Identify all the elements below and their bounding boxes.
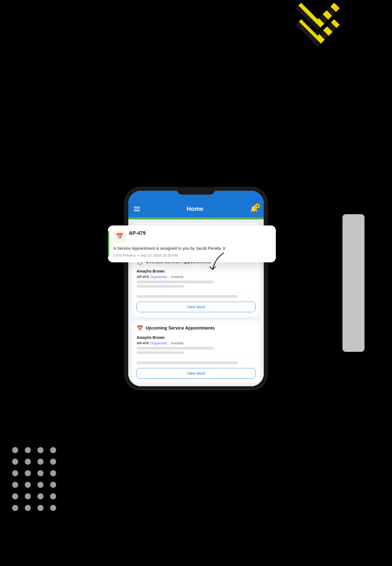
- hamburger-line-2: [134, 209, 140, 209]
- upcoming-section-card: 📅 Upcoming Service Appointments Amayhs B…: [132, 320, 260, 383]
- upcoming-ap-number: AP-474: [137, 341, 149, 345]
- menu-button[interactable]: [134, 207, 140, 211]
- app-bar: Home 🔔 4: [128, 202, 264, 217]
- overdue-skeleton-2: [137, 285, 184, 288]
- overdue-meta-separator: |: [168, 275, 169, 279]
- overdue-customer-name: Amayhs Brown: [137, 269, 255, 273]
- overdue-appointment-meta: AP-474 Dispatched | Invoiced: [137, 275, 255, 279]
- arrow-annotation: [204, 250, 232, 279]
- phone-screen: Home 🔔 4 Check-out 📍 Location tracker e: [128, 191, 264, 386]
- hazard-decoration: [296, 3, 340, 47]
- notification-ap-number: AP-479: [129, 230, 146, 236]
- notification-icon-wrap: 📅: [113, 230, 126, 243]
- notification-button[interactable]: 🔔 4: [250, 205, 258, 213]
- upcoming-skeleton-2: [137, 351, 184, 354]
- notification-count-badge: 4: [255, 203, 260, 208]
- notification-sender: Chris Prentiss: [113, 253, 136, 257]
- upcoming-section-header: 📅 Upcoming Service Appointments: [137, 325, 255, 331]
- hamburger-line-3: [134, 210, 140, 211]
- phone-device: 📅 AP-479 A Service Appointment is assign…: [124, 187, 268, 390]
- upcoming-status-invoiced: Invoiced: [171, 341, 183, 345]
- green-strip: [128, 217, 264, 219]
- meta-dot: [137, 255, 138, 256]
- overdue-status-dispatched: Dispatched: [150, 275, 167, 279]
- phone-frame: Home 🔔 4 Check-out 📍 Location tracker e: [124, 187, 268, 390]
- phone-notch: [177, 187, 215, 195]
- upcoming-meta-separator: |: [168, 341, 169, 345]
- overdue-view-more-button[interactable]: View More: [137, 302, 255, 312]
- overdue-status-invoiced: Invoiced: [171, 275, 183, 279]
- upcoming-customer-name: Amayhs Brown: [137, 335, 255, 340]
- upcoming-section-title: Upcoming Service Appointments: [146, 326, 215, 331]
- notification-message: A Service Appointment is assigned to you…: [113, 245, 270, 251]
- upcoming-skeleton-1: [137, 347, 214, 350]
- overdue-skeleton-1: [137, 281, 214, 283]
- app-title: Home: [186, 205, 203, 213]
- upcoming-status-dispatched: Dispatched: [150, 341, 167, 345]
- upcoming-appointment-item[interactable]: Amayhs Brown AP-474 Dispatched | Invoice…: [137, 335, 255, 359]
- calendar-icon: 📅: [116, 233, 123, 240]
- upcoming-skeleton-3: [137, 361, 238, 364]
- notification-popup: 📅 AP-479 A Service Appointment is assign…: [108, 225, 276, 262]
- upcoming-view-more-button[interactable]: View More: [137, 368, 255, 379]
- overdue-appointment-item[interactable]: Amayhs Brown AP-474 Dispatched | Invoice…: [137, 269, 255, 292]
- overdue-ap-number: AP-474: [137, 275, 149, 279]
- background-card-right: [342, 214, 364, 352]
- overdue-skeleton-3: [137, 295, 238, 298]
- dots-decoration: [12, 447, 57, 511]
- calendar-plus-icon: 📅: [137, 325, 143, 331]
- hamburger-line-1: [134, 207, 140, 208]
- notification-timestamp: Sep 10, 2024 10:38 AM: [140, 253, 178, 257]
- notification-meta: Chris Prentiss Sep 10, 2024 10:38 AM: [113, 253, 270, 257]
- overdue-section-card: ⏰ Overdue Service Appointments Amayhs Br…: [132, 254, 260, 317]
- upcoming-appointment-meta: AP-474 Dispatched | Invoiced: [137, 341, 255, 345]
